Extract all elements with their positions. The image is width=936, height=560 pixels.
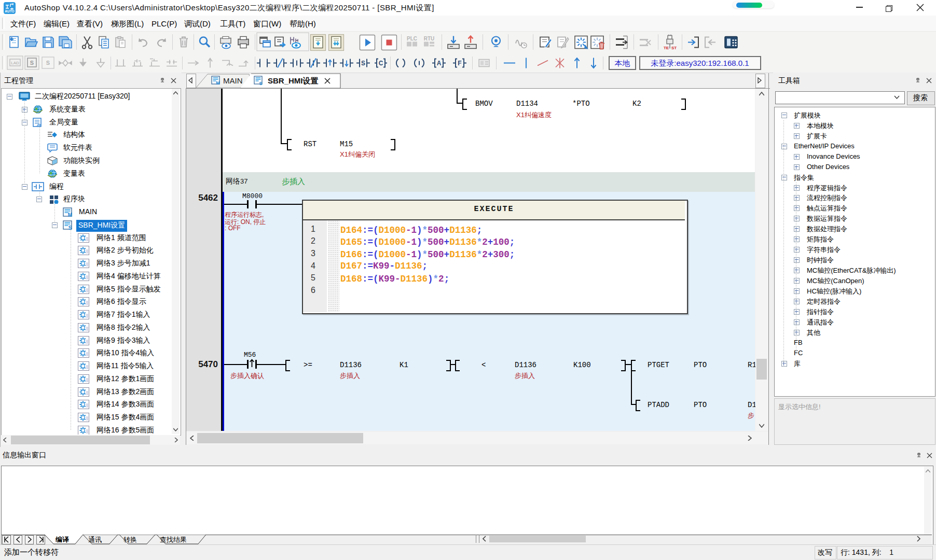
- svg-text:RTU: RTU: [424, 36, 435, 41]
- svg-text:M: M: [216, 80, 220, 86]
- svg-text:LAD: LAD: [11, 61, 19, 65]
- svg-text:TE: TE: [664, 46, 669, 50]
- svg-text:PLC: PLC: [407, 36, 417, 41]
- svg-text:S: S: [361, 60, 365, 67]
- svg-text:C: C: [379, 60, 383, 67]
- svg-text:A: A: [437, 60, 442, 67]
- svg-text:ST: ST: [671, 46, 677, 50]
- svg-text:本地: 本地: [615, 59, 630, 67]
- svg-text:S: S: [30, 60, 34, 66]
- svg-text:未登录:easy320:192.168.0.1: 未登录:easy320:192.168.0.1: [651, 59, 749, 67]
- svg-text:AUTO: AUTO: [5, 9, 14, 13]
- svg-text:F: F: [458, 60, 461, 67]
- svg-text:S: S: [68, 225, 72, 230]
- svg-text:S: S: [259, 81, 262, 86]
- svg-text:M: M: [68, 212, 72, 217]
- svg-text:S: S: [46, 60, 50, 66]
